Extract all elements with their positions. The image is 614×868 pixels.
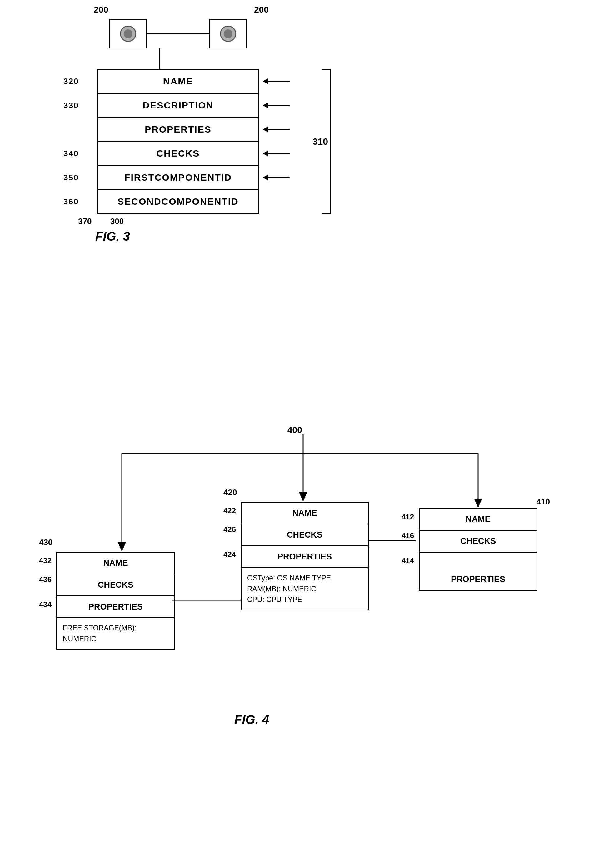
row-arrow-firstcomponentid <box>263 175 290 180</box>
box420-row-name: NAME <box>240 502 369 523</box>
node-label-right: 200 <box>254 5 269 15</box>
table-row-checks: 340 CHECKS <box>97 141 259 165</box>
label-422: 422 <box>223 506 236 515</box>
label-420: 420 <box>223 488 237 497</box>
box430-row-properties-data: FREE STORAGE(MB):NUMERIC <box>56 617 175 649</box>
label-400: 400 <box>287 425 302 435</box>
fig3-caption: FIG. 3 <box>95 230 259 244</box>
row-label-350: 350 <box>64 173 79 183</box>
page-container: 200 200 <box>0 0 614 868</box>
label-300: 300 <box>110 217 124 226</box>
table-row-firstcomponentid: 350 FIRSTCOMPONENTID <box>97 165 259 189</box>
fig3-footer: 370 300 <box>78 217 259 226</box>
box420-row-properties-data: OSType: OS NAME TYPERAM(MB): NUMERICCPU:… <box>240 567 369 610</box>
fig4-diagram: 400 410 412 416 414 NAME CHECKS PROPERTI… <box>16 425 597 847</box>
node-circle-inner-right <box>224 30 233 38</box>
box-430: 430 432 436 434 NAME CHECKS PROPERTIES F… <box>56 552 175 649</box>
box420-row-checks: CHECKS <box>240 523 369 545</box>
row-label-320: 320 <box>64 76 79 86</box>
node-circle-inner-left <box>124 30 132 38</box>
node-circle-right <box>220 26 236 42</box>
label-436: 436 <box>39 575 51 584</box>
box410-row-name: NAME <box>419 508 538 530</box>
row-label-360: 360 <box>64 197 79 207</box>
label-424: 424 <box>223 550 236 559</box>
box-410: 410 412 416 414 NAME CHECKS PROPERTIES <box>419 508 538 591</box>
fig4-caption: FIG. 4 <box>234 713 269 727</box>
label-412: 412 <box>402 512 414 521</box>
node-box-right <box>209 19 247 48</box>
node-connector <box>147 33 209 34</box>
table-row-secondcomponentid: 360 SECONDCOMPONENTID <box>97 189 259 214</box>
row-arrow-properties <box>263 127 290 132</box>
svg-marker-5 <box>118 542 126 552</box>
box430-row-checks: CHECKS <box>56 574 175 595</box>
label-410: 410 <box>536 497 550 507</box>
node-circle-left <box>120 26 136 42</box>
row-arrow-name <box>263 78 290 84</box>
fig3-table: 310 320 NAME 330 DESCRIPTION <box>97 69 259 214</box>
svg-marker-3 <box>299 492 307 502</box>
node-box-left <box>109 19 147 48</box>
label-414: 414 <box>402 556 414 565</box>
box410-row-checks: CHECKS <box>419 530 538 552</box>
svg-marker-7 <box>474 498 482 508</box>
node-label-left: 200 <box>94 5 109 15</box>
box-420: 420 422 426 424 NAME CHECKS PROPERTIES O… <box>240 502 369 610</box>
table-row-name: 320 NAME <box>97 69 259 93</box>
fig3-diagram: 200 200 <box>78 19 259 244</box>
row-label-340: 340 <box>64 149 79 158</box>
table-row-description: 330 DESCRIPTION <box>97 93 259 117</box>
label-434: 434 <box>39 600 51 609</box>
row-label-330: 330 <box>64 101 79 110</box>
label-370: 370 <box>78 217 91 226</box>
label-416: 416 <box>402 531 414 540</box>
box430-row-name: NAME <box>56 552 175 574</box>
row-arrow-description <box>263 102 290 108</box>
box430-row-properties-label: PROPERTIES <box>56 595 175 617</box>
label-432: 432 <box>39 556 51 565</box>
bracket-310: 310 <box>269 69 331 214</box>
box420-row-properties-label: PROPERTIES <box>240 545 369 567</box>
label-426: 426 <box>223 525 236 534</box>
label-430: 430 <box>39 537 53 547</box>
vertical-line-fig3 <box>159 48 160 69</box>
row-arrow-checks <box>263 151 290 156</box>
table-row-properties: PROPERTIES <box>97 117 259 141</box>
box410-row-properties: PROPERTIES <box>419 552 538 591</box>
